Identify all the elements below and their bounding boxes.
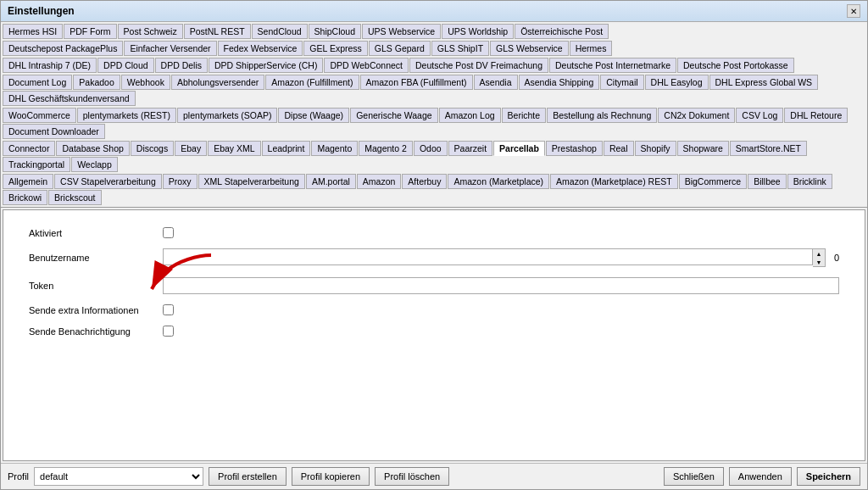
tab-amazon-fba[interactable]: Amazon FBA (Fulfillment) bbox=[360, 75, 473, 90]
tab-dpd-cloud[interactable]: DPD Cloud bbox=[97, 58, 154, 73]
tab-shopware[interactable]: Shopware bbox=[677, 141, 729, 156]
tab-database-shop[interactable]: Database Shop bbox=[56, 141, 129, 156]
sende-benachrichtigung-row: Sende Benachrichtigung bbox=[29, 326, 839, 337]
tab-sendcloud[interactable]: SendCloud bbox=[252, 24, 308, 39]
token-label: Token bbox=[29, 281, 156, 291]
tab-afterbuy[interactable]: Afterbuy bbox=[402, 174, 447, 189]
tab-document-log[interactable]: Document Log bbox=[3, 75, 72, 90]
tab-magento2[interactable]: Magento 2 bbox=[359, 141, 413, 156]
tab-odoo[interactable]: Odoo bbox=[414, 141, 448, 156]
speichern-button[interactable]: Speichern bbox=[797, 467, 860, 486]
aktiviert-checkbox[interactable] bbox=[163, 227, 174, 238]
benutzername-spin-value: 0 bbox=[834, 253, 839, 263]
tab-shopify[interactable]: Shopify bbox=[635, 141, 676, 156]
tab-shipcloud[interactable]: ShipCloud bbox=[309, 24, 361, 39]
tab-dpd-delis[interactable]: DPD Delis bbox=[155, 58, 208, 73]
profile-select[interactable]: default bbox=[34, 467, 203, 486]
tab-proxy[interactable]: Proxy bbox=[163, 174, 198, 189]
tabs-container: Hermes HSI PDF Form Post Schweiz PostNL … bbox=[1, 22, 867, 208]
tab-asendia-shipping[interactable]: Asendia Shipping bbox=[519, 75, 600, 90]
spin-down-button[interactable]: ▼ bbox=[813, 258, 825, 266]
tab-dhl-geschaeftskunden[interactable]: DHL Geschäftskundenversand bbox=[3, 91, 136, 106]
tab-parcellab[interactable]: Parcellab bbox=[493, 141, 545, 156]
tab-amportal[interactable]: AM.portal bbox=[306, 174, 356, 189]
tab-berichte[interactable]: Berichte bbox=[502, 108, 547, 123]
profil-erstellen-button[interactable]: Profil erstellen bbox=[209, 467, 287, 486]
tab-ups-worldship[interactable]: UPS Worldship bbox=[442, 24, 514, 39]
tab-ebay-xml[interactable]: Ebay XML bbox=[208, 141, 260, 156]
tab-trackingportal[interactable]: Trackingportal bbox=[3, 157, 70, 172]
tab-amazon-marketplace-rest[interactable]: Amazon (Marketplace) REST bbox=[550, 174, 678, 189]
tab-hermes[interactable]: Hermes bbox=[570, 41, 613, 56]
tab-bricklink[interactable]: Bricklink bbox=[787, 174, 832, 189]
tab-cn2x-dokument[interactable]: CN2x Dokument bbox=[658, 108, 735, 123]
tab-real[interactable]: Real bbox=[604, 141, 634, 156]
tab-csv-log[interactable]: CSV Log bbox=[736, 108, 783, 123]
tab-dhl-easylog[interactable]: DHL Easylog bbox=[645, 75, 709, 90]
sende-benachrichtigung-checkbox[interactable] bbox=[163, 326, 174, 337]
tab-dhl-intraship[interactable]: DHL Intraship 7 (DE) bbox=[3, 58, 97, 73]
tab-billbee[interactable]: Billbee bbox=[748, 174, 787, 189]
tab-hermes-hsi[interactable]: Hermes HSI bbox=[3, 24, 63, 39]
tab-dhl-express-global[interactable]: DHL Express Global WS bbox=[709, 75, 819, 90]
tab-amazon-marketplace[interactable]: Amazon (Marketplace) bbox=[448, 174, 549, 189]
sende-extra-checkbox[interactable] bbox=[163, 304, 174, 315]
tab-magento[interactable]: Magento bbox=[311, 141, 358, 156]
tab-allgemein[interactable]: Allgemein bbox=[3, 174, 53, 189]
tab-pdf-form[interactable]: PDF Form bbox=[64, 24, 116, 39]
tab-connector[interactable]: Connector bbox=[3, 141, 55, 156]
tab-smartstore[interactable]: SmartStore.NET bbox=[730, 141, 807, 156]
tab-ups-webservice[interactable]: UPS Webservice bbox=[362, 24, 441, 39]
tab-deutsche-post-dv[interactable]: Deutsche Post DV Freimachung bbox=[409, 58, 548, 73]
tab-bestellung-rechnung[interactable]: Bestellung als Rechnung bbox=[547, 108, 657, 123]
tab-gel-express[interactable]: GEL Express bbox=[303, 41, 367, 56]
tab-gls-gepard[interactable]: GLS Gepard bbox=[369, 41, 431, 56]
tab-fedex-webservice[interactable]: Fedex Webservice bbox=[218, 41, 303, 56]
tab-weclapp[interactable]: Weclapp bbox=[71, 157, 118, 172]
tab-woocommerce[interactable]: WooCommerce bbox=[3, 108, 76, 123]
tab-dipse-waage[interactable]: Dipse (Waage) bbox=[278, 108, 349, 123]
tab-deutschepost-packageplus[interactable]: Deutschepost PackagePlus bbox=[3, 41, 123, 56]
tab-xml-stapelverarbeitung[interactable]: XML Stapelverarbeitung bbox=[198, 174, 305, 189]
anwenden-button[interactable]: Anwenden bbox=[729, 467, 792, 486]
spin-up-button[interactable]: ▲ bbox=[813, 249, 825, 258]
tab-plentymarkets-soap[interactable]: plentymarkets (SOAP) bbox=[177, 108, 277, 123]
tab-discogs[interactable]: Discogs bbox=[131, 141, 174, 156]
tab-paarzeit[interactable]: Paarzeit bbox=[448, 141, 493, 156]
benutzername-input[interactable] bbox=[163, 248, 813, 265]
tab-pakadoo[interactable]: Pakadoo bbox=[73, 75, 120, 90]
tab-brickowi[interactable]: Brickowi bbox=[3, 190, 47, 205]
tab-amazon[interactable]: Amazon bbox=[357, 174, 402, 189]
tab-asendia[interactable]: Asendia bbox=[474, 75, 518, 90]
tab-plentymarkets-rest[interactable]: plentymarkets (REST) bbox=[77, 108, 176, 123]
tab-amazon-fulfillment[interactable]: Amazon (Fulfillment) bbox=[265, 75, 359, 90]
tab-dpd-webconnect[interactable]: DPD WebConnect bbox=[324, 58, 409, 73]
tab-gls-shipit[interactable]: GLS ShipIT bbox=[431, 41, 489, 56]
tab-webhook[interactable]: Webhook bbox=[121, 75, 170, 90]
tab-deutsche-post-internetmarke[interactable]: Deutsche Post Internetmarke bbox=[549, 58, 676, 73]
tab-document-downloader[interactable]: Document Downloader bbox=[3, 124, 105, 139]
tab-bigcommerce[interactable]: BigCommerce bbox=[679, 174, 748, 189]
tab-brickscout[interactable]: Brickscout bbox=[48, 190, 101, 205]
profil-loeschen-button[interactable]: Profil löschen bbox=[375, 467, 449, 486]
tab-ebay[interactable]: Ebay bbox=[175, 141, 207, 156]
tab-csv-stapelverarbeitung[interactable]: CSV Stapelverarbeitung bbox=[54, 174, 162, 189]
token-input[interactable] bbox=[163, 277, 839, 294]
close-button[interactable]: ✕ bbox=[847, 4, 860, 18]
tab-dhl-retoure[interactable]: DHL Retoure bbox=[784, 108, 848, 123]
tab-einfacher-versender[interactable]: Einfacher Versender bbox=[124, 41, 216, 56]
tab-citymail[interactable]: Citymail bbox=[600, 75, 643, 90]
tab-osterreichische-post[interactable]: Österreichische Post bbox=[515, 24, 609, 39]
tab-amazon-log[interactable]: Amazon Log bbox=[439, 108, 501, 123]
tab-deutsche-post-portokasse[interactable]: Deutsche Post Portokasse bbox=[677, 58, 794, 73]
tab-gls-webservice[interactable]: GLS Webservice bbox=[490, 41, 569, 56]
tab-post-schweiz[interactable]: Post Schweiz bbox=[118, 24, 183, 39]
tab-abholungsversender[interactable]: Abholungsversender bbox=[171, 75, 264, 90]
tab-leadprint[interactable]: Leadprint bbox=[262, 141, 311, 156]
tab-generische-waage[interactable]: Generische Waage bbox=[350, 108, 438, 123]
tab-postnl-rest[interactable]: PostNL REST bbox=[184, 24, 251, 39]
tab-prestashop[interactable]: Prestashop bbox=[546, 141, 603, 156]
profil-kopieren-button[interactable]: Profil kopieren bbox=[292, 467, 370, 486]
schliessen-button[interactable]: Schließen bbox=[664, 467, 724, 486]
tab-dpd-shipperservice[interactable]: DPD ShipperService (CH) bbox=[209, 58, 323, 73]
